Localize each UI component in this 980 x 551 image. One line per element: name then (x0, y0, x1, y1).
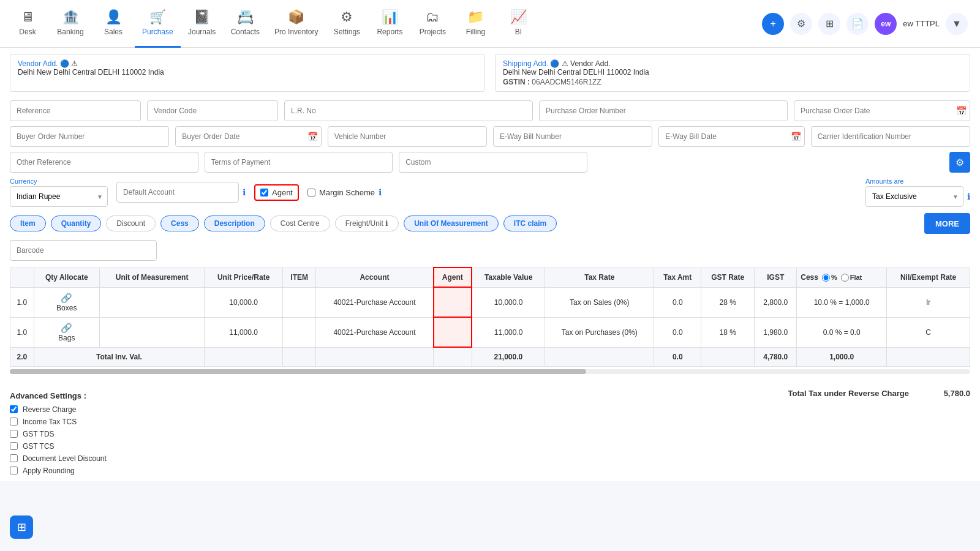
nav-desk[interactable]: 🖥 Desk (6, 0, 49, 48)
nav-reports[interactable]: 📊 Reports (368, 0, 411, 48)
form-row-1: 📅 (10, 100, 970, 121)
row1-link-icon[interactable]: 🔗 (61, 293, 72, 303)
adv-gst-tds: GST TDS (10, 430, 107, 438)
default-account-info-icon[interactable]: ℹ (243, 187, 246, 197)
filling-icon: 📁 (467, 9, 484, 25)
vendor-code-input[interactable] (147, 100, 278, 121)
custom-input[interactable] (399, 152, 587, 173)
terms-of-payment-input[interactable] (205, 152, 393, 173)
purchase-order-number-input[interactable] (539, 100, 788, 121)
shipping-address-text: Delhi New Delhi Central DELHI 110002 Ind… (503, 68, 962, 77)
toggle-itc-claim[interactable]: ITC claim (503, 216, 557, 231)
settings-gear-button[interactable]: ⚙ (790, 13, 812, 35)
th-tax-amt: Tax Amt (654, 268, 701, 287)
gstin-row: GSTIN : 06AADCM5146R1ZZ (503, 78, 962, 86)
gst-tcs-checkbox[interactable] (10, 442, 18, 450)
eway-bill-date-input[interactable] (658, 126, 804, 147)
row2-seq: 1.0 (10, 317, 34, 347)
nav-contacts-label: Contacts (231, 28, 260, 36)
eway-bill-number-input[interactable] (493, 126, 652, 147)
buyer-order-date-input[interactable] (175, 126, 321, 147)
table-scrollbar[interactable] (10, 369, 970, 374)
nav-projects[interactable]: 🗂 Projects (411, 0, 454, 48)
cess-flat-radio[interactable] (841, 274, 849, 282)
toggle-unit-of-measurement[interactable]: Unit Of Measurement (404, 216, 499, 231)
add-button[interactable]: + (762, 13, 784, 35)
advanced-settings-section: Advanced Settings : Reverse Charge Incom… (10, 391, 107, 475)
nav-purchase[interactable]: 🛒 Purchase (135, 0, 181, 48)
amounts-info-icon[interactable]: ℹ (967, 192, 970, 201)
advanced-settings-items: Reverse Charge Income Tax TCS GST TDS GS… (10, 405, 107, 475)
doc-button[interactable]: 📄 (846, 13, 869, 35)
toggle-freight-unit-info: ℹ (385, 219, 388, 228)
margin-scheme-checkbox[interactable] (307, 189, 315, 197)
margin-scheme-wrap: Margin Scheme ℹ (307, 187, 382, 197)
total-empty4 (434, 347, 472, 366)
more-button[interactable]: MORE (924, 213, 970, 234)
reverse-charge-checkbox[interactable] (10, 405, 18, 413)
nav-sales-label: Sales (104, 28, 123, 36)
vendor-address-link[interactable]: Vendor Add. (18, 59, 58, 68)
toggle-cess[interactable]: Cess (160, 216, 199, 231)
amounts-label: Amounts are (865, 178, 970, 185)
toggle-discount[interactable]: Discount (106, 216, 156, 231)
user-label: ew TTTPL (903, 19, 940, 28)
nav-settings[interactable]: ⚙ Settings (325, 0, 368, 48)
toggle-quantity[interactable]: Quantity (51, 216, 102, 231)
nav-contacts[interactable]: 📇 Contacts (224, 0, 267, 48)
other-reference-input[interactable] (10, 152, 198, 173)
th-qty-allocate: Qty Allocate (34, 268, 99, 287)
total-tax-reverse-charge-value: 5,780.0 (921, 389, 970, 398)
adv-apply-rounding: Apply Rounding (10, 467, 107, 475)
row1-unit-measurement (99, 287, 204, 317)
projects-icon: 🗂 (426, 9, 439, 25)
grid-button[interactable]: ⊞ (818, 13, 840, 35)
document-level-discount-checkbox[interactable] (10, 454, 18, 462)
table-row: 1.0 🔗Bags 11,000.0 40021-Purchase Accoun… (10, 317, 970, 347)
agent-checkbox[interactable] (260, 189, 268, 197)
row3-gear-button[interactable]: ⚙ (949, 152, 970, 173)
nav-pro-inventory[interactable]: 📦 Pro Inventory (267, 0, 325, 48)
th-cess: Cess % Flat (797, 268, 887, 287)
toggle-description[interactable]: Description (204, 216, 265, 231)
buyer-order-number-input[interactable] (10, 126, 169, 147)
nav-filling[interactable]: 📁 Filling (454, 0, 497, 48)
lr-no-input[interactable] (284, 100, 533, 121)
nav-banking[interactable]: 🏦 Banking (49, 0, 92, 48)
agent-label: Agent (272, 188, 293, 197)
toggle-freight-unit[interactable]: Freight/Unit ℹ (335, 216, 399, 231)
cess-flat-option: Flat (841, 274, 862, 282)
total-row: 2.0 Total Inv. Val. 21,000.0 0.0 4,780.0… (10, 347, 970, 366)
reference-input[interactable] (10, 100, 141, 121)
currency-select[interactable]: Indian Rupee (10, 186, 108, 207)
user-dropdown-button[interactable]: ▼ (946, 13, 968, 35)
row2-gst-rate: 18 % (701, 317, 755, 347)
row2-link-icon[interactable]: 🔗 (61, 323, 72, 333)
vehicle-number-input[interactable] (328, 126, 487, 147)
default-account-input[interactable] (116, 182, 239, 203)
gst-tds-checkbox[interactable] (10, 430, 18, 438)
apply-rounding-checkbox[interactable] (10, 467, 18, 474)
nav-right-area: + ⚙ ⊞ 📄 ew ew TTTPL ▼ (762, 13, 974, 35)
shipping-address-link[interactable]: Shipping Add. (503, 59, 548, 68)
nav-bi[interactable]: 📈 BI (497, 0, 540, 48)
row1-gst-rate: 28 % (701, 287, 755, 317)
cess-header-row: Cess % Flat (801, 273, 883, 282)
nav-sales[interactable]: 👤 Sales (92, 0, 135, 48)
th-unit-measurement: Unit of Measurement (99, 268, 204, 287)
barcode-input[interactable] (10, 240, 157, 261)
purchase-order-date-input[interactable] (794, 100, 970, 121)
gstin-value: 06AADCM5146R1ZZ (532, 78, 601, 86)
toggle-item[interactable]: Item (10, 216, 46, 231)
amounts-select[interactable]: Tax Exclusive (865, 186, 963, 207)
carrier-id-number-input[interactable] (811, 126, 970, 147)
income-tax-tcs-checkbox[interactable] (10, 418, 18, 425)
shipping-address-block: Shipping Add. 🔵 ⚠ Vendor Add. Delhi New … (495, 54, 970, 92)
form-row-3: ⚙ (10, 152, 970, 173)
toggle-cost-centre[interactable]: Cost Centre (270, 216, 330, 231)
nav-journals[interactable]: 📓 Journals (181, 0, 224, 48)
total-tax-amt: 0.0 (654, 347, 701, 366)
cess-percent-radio[interactable] (822, 274, 830, 282)
total-empty1 (205, 347, 283, 366)
margin-scheme-info-icon[interactable]: ℹ (379, 187, 382, 197)
